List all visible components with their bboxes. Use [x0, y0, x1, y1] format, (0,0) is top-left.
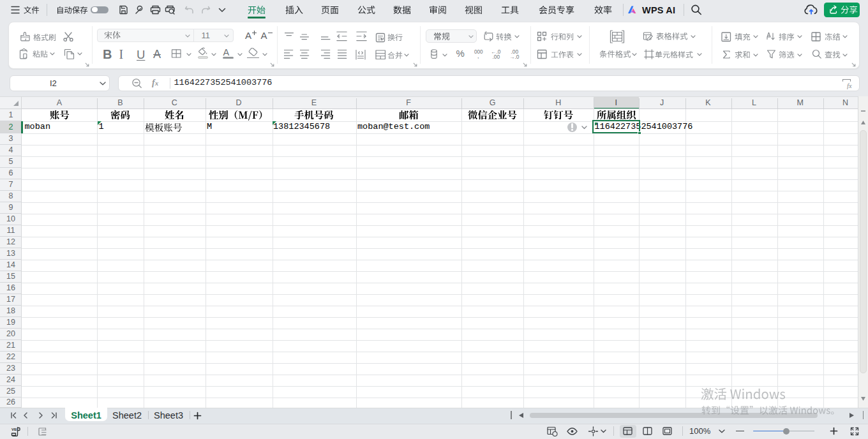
svg-text:→.0: →.0	[509, 54, 520, 59]
svg-text:VB: VB	[11, 427, 17, 431]
svg-text:,: ,	[477, 53, 479, 59]
svg-text:fx: fx	[847, 82, 852, 89]
svg-text:.00: .00	[493, 54, 500, 59]
